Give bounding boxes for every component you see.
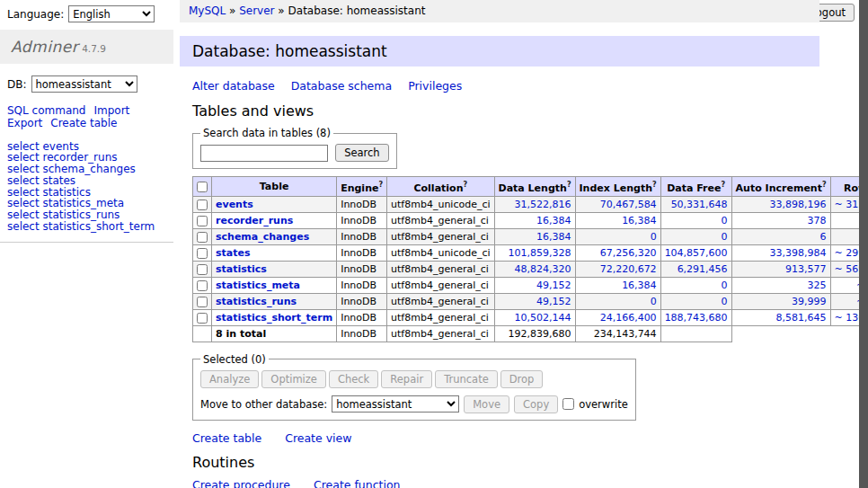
cell-index-length-link[interactable]: 16,384 bbox=[622, 215, 657, 226]
analyze-button[interactable]: Analyze bbox=[200, 370, 259, 388]
db-label: DB: bbox=[7, 78, 27, 91]
cell-collation: utf8mb4_general_ci bbox=[387, 309, 494, 325]
sidebar-link-import[interactable]: Import bbox=[93, 104, 129, 117]
cell-data-length-link[interactable]: 31,522,816 bbox=[515, 199, 571, 210]
table-link-statistics-meta[interactable]: statistics_meta bbox=[216, 279, 300, 291]
sidebar-link-export[interactable]: Export bbox=[7, 117, 42, 129]
cell-data-length-link[interactable]: 16,384 bbox=[536, 231, 571, 243]
move-row: Move to other database: homeassistant Mo… bbox=[200, 395, 628, 413]
search-wrap: Search data in tables (8) Search bbox=[192, 127, 819, 169]
cell-auto-increment-link[interactable]: 378 bbox=[808, 215, 827, 226]
help-icon[interactable]: ? bbox=[378, 181, 383, 189]
footer-link-create-table[interactable]: Create table bbox=[192, 431, 261, 445]
cell-auto-increment-link[interactable]: 33,398,984 bbox=[770, 247, 827, 259]
cell-index-length-link[interactable]: 0 bbox=[651, 231, 657, 243]
tables-heading: Tables and views bbox=[192, 102, 819, 120]
cell-data-free-link[interactable]: 0 bbox=[722, 231, 728, 243]
column-header-auto-increment: Auto Increment? bbox=[731, 177, 830, 197]
cell-index-length-link[interactable]: 0 bbox=[651, 296, 657, 307]
total-engine: InnoDB bbox=[337, 325, 387, 342]
overwrite-checkbox[interactable] bbox=[562, 398, 574, 410]
check-button[interactable]: Check bbox=[329, 370, 378, 388]
table-link-statistics[interactable]: statistics bbox=[216, 263, 267, 275]
sidebar-select-schema-changes[interactable]: select schema_changes bbox=[7, 164, 166, 175]
cell-data-free-link[interactable]: 50,331,648 bbox=[671, 199, 728, 210]
sidebar-select-states[interactable]: select states bbox=[7, 175, 166, 187]
cell-auto-increment-link[interactable]: 8,581,645 bbox=[776, 312, 827, 324]
row-checkbox-statistics-short-term[interactable] bbox=[197, 313, 208, 324]
brand-name[interactable]: Adminer bbox=[11, 38, 78, 56]
cell-data-length-link[interactable]: 49,152 bbox=[536, 296, 571, 307]
breadcrumb-link-server[interactable]: Server bbox=[239, 4, 274, 17]
sidebar-select-statistics-runs[interactable]: select statistics_runs bbox=[7, 209, 166, 221]
cell-auto-increment-link[interactable]: 6 bbox=[820, 231, 827, 243]
table-link-states[interactable]: states bbox=[216, 247, 251, 259]
cell-data-free-link[interactable]: 0 bbox=[722, 215, 728, 226]
copy-button[interactable]: Copy bbox=[514, 395, 558, 413]
page-title: Database: homeassistant bbox=[180, 36, 819, 67]
table-link-statistics-runs[interactable]: statistics_runs bbox=[216, 296, 297, 307]
table-link-schema-changes[interactable]: schema_changes bbox=[216, 231, 309, 243]
db-select[interactable]: homeassistant bbox=[31, 75, 137, 93]
cell-auto-increment-link[interactable]: 325 bbox=[808, 279, 827, 291]
truncate-button[interactable]: Truncate bbox=[435, 370, 498, 388]
scrollbar-thumb[interactable] bbox=[859, 0, 868, 488]
help-icon[interactable]: ? bbox=[721, 181, 725, 189]
sidebar-link-sql-command[interactable]: SQL command bbox=[7, 104, 85, 117]
search-button[interactable]: Search bbox=[335, 144, 389, 162]
cell-data-free-link[interactable]: 188,743,680 bbox=[665, 312, 728, 324]
overwrite-label: overwrite bbox=[579, 398, 628, 411]
cell-data-length-link[interactable]: 49,152 bbox=[536, 279, 571, 291]
nav-link-alter-database[interactable]: Alter database bbox=[192, 79, 275, 93]
optimize-button[interactable]: Optimize bbox=[261, 370, 326, 388]
repair-button[interactable]: Repair bbox=[381, 370, 432, 388]
row-checkbox-statistics-meta[interactable] bbox=[197, 280, 208, 291]
cell-data-free-link[interactable]: 0 bbox=[722, 296, 728, 307]
cell-data-free-link[interactable]: 104,857,600 bbox=[665, 247, 728, 259]
cell-index-length-link[interactable]: 67,256,320 bbox=[600, 247, 657, 259]
column-header-data-length: Data Length? bbox=[494, 177, 575, 197]
sidebar-link-create-table[interactable]: Create table bbox=[50, 117, 117, 129]
cell-auto-increment-link[interactable]: 913,577 bbox=[785, 263, 827, 275]
row-checkbox-events[interactable] bbox=[197, 200, 208, 210]
routines-heading: Routines bbox=[192, 454, 819, 471]
cell-index-length-link[interactable]: 16,384 bbox=[622, 279, 657, 291]
table-link-events[interactable]: events bbox=[216, 199, 253, 210]
row-checkbox-recorder-runs[interactable] bbox=[197, 216, 208, 226]
breadcrumb-link-mysql[interactable]: MySQL bbox=[189, 4, 226, 17]
help-icon[interactable]: ? bbox=[463, 181, 467, 189]
move-button[interactable]: Move bbox=[464, 395, 509, 413]
language-select[interactable]: English bbox=[68, 5, 155, 22]
row-checkbox-states[interactable] bbox=[197, 248, 208, 259]
cell-auto-increment-link[interactable]: 33,898,196 bbox=[770, 199, 827, 210]
routines-link-create-function[interactable]: Create function bbox=[314, 478, 401, 488]
cell-index-length-link[interactable]: 24,166,400 bbox=[600, 312, 657, 324]
move-database-select[interactable]: homeassistant bbox=[332, 395, 459, 413]
cell-index-length-link[interactable]: 72,220,672 bbox=[600, 263, 657, 275]
table-link-recorder-runs[interactable]: recorder_runs bbox=[216, 215, 293, 226]
help-icon[interactable]: ? bbox=[822, 181, 827, 189]
cell-data-length-link[interactable]: 16,384 bbox=[536, 215, 571, 226]
select-all-checkbox[interactable] bbox=[197, 182, 208, 192]
cell-data-length-link[interactable]: 101,859,328 bbox=[509, 247, 571, 259]
help-icon[interactable]: ? bbox=[652, 181, 657, 189]
vertical-scrollbar[interactable] bbox=[859, 0, 868, 488]
cell-auto-increment-link[interactable]: 39,999 bbox=[792, 296, 827, 307]
cell-data-length-link[interactable]: 10,502,144 bbox=[515, 312, 571, 324]
sidebar-select-statistics-short-term[interactable]: select statistics_short_term bbox=[7, 221, 166, 233]
row-checkbox-statistics[interactable] bbox=[197, 264, 208, 275]
cell-data-free-link[interactable]: 0 bbox=[722, 279, 728, 291]
help-icon[interactable]: ? bbox=[567, 181, 571, 189]
footer-link-create-view[interactable]: Create view bbox=[285, 431, 351, 445]
search-input[interactable] bbox=[200, 145, 328, 162]
drop-button[interactable]: Drop bbox=[500, 370, 544, 388]
nav-link-privileges[interactable]: Privileges bbox=[408, 79, 462, 93]
routines-link-create-procedure[interactable]: Create procedure bbox=[192, 478, 290, 488]
cell-data-length-link[interactable]: 48,824,320 bbox=[515, 263, 571, 275]
cell-index-length-link[interactable]: 70,467,584 bbox=[600, 199, 657, 210]
nav-link-database-schema[interactable]: Database schema bbox=[291, 79, 392, 93]
table-link-statistics-short-term[interactable]: statistics_short_term bbox=[216, 312, 332, 324]
row-checkbox-statistics-runs[interactable] bbox=[197, 297, 208, 307]
cell-data-free-link[interactable]: 6,291,456 bbox=[678, 263, 728, 275]
row-checkbox-schema-changes[interactable] bbox=[197, 232, 208, 243]
